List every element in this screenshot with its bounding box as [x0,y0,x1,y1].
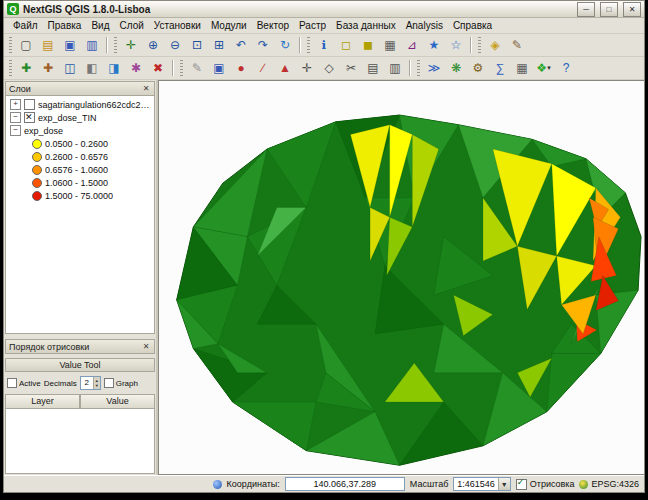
menu-help[interactable]: Справка [448,19,497,32]
scale-value: 1:461546 [457,479,495,489]
show-bookmarks-icon[interactable]: ☆ [445,35,467,56]
statistics-icon[interactable]: ∑ [489,58,511,79]
open-project-icon[interactable]: ▤ [37,35,59,56]
move-feature-icon[interactable]: ✛ [296,58,318,79]
render-checkbox[interactable]: Отрисовка [516,479,575,490]
paste-features-icon[interactable]: ▥ [384,58,406,79]
legend-class-item[interactable]: 0.0500 - 0.2600 [6,137,154,150]
save-project-as-icon[interactable]: ▥ [81,35,103,56]
save-project-icon[interactable]: ▣ [59,35,81,56]
toolbar-grip[interactable] [180,60,183,76]
open-attribute-table-icon[interactable]: ▦ [379,35,401,56]
capture-point-icon[interactable]: ● [230,58,252,79]
python-console-icon[interactable]: ≫ [423,58,445,79]
toolbar-grip[interactable] [417,60,420,76]
layer-item-exp-dose-tin[interactable]: − exp_dose_TIN [6,111,154,124]
menu-analysis[interactable]: Analysis [401,19,448,32]
toolbar-grip[interactable] [114,37,117,53]
stepper-arrows-icon[interactable]: ▲▼ [93,377,100,389]
minimize-button[interactable]: ─ [577,2,595,17]
zoom-full-extent-icon[interactable]: ⊡ [186,35,208,56]
chevron-down-icon[interactable]: ▼ [546,65,552,71]
menu-layer[interactable]: Слой [114,19,148,32]
identify-features-icon[interactable]: ℹ [313,35,335,56]
legend-class-item[interactable]: 0.2600 - 0.6576 [6,150,154,163]
grass-tools-icon[interactable]: ❋ [445,58,467,79]
map-tips-icon[interactable]: ◈ [484,35,506,56]
zoom-next-icon[interactable]: ↷ [252,35,274,56]
close-button[interactable]: ✕ [623,2,641,17]
legend-class-item[interactable]: 1.0600 - 1.5000 [6,176,154,189]
expander-icon[interactable]: + [10,99,21,110]
graph-checkbox[interactable]: Graph [104,378,138,388]
measure-line-icon[interactable]: ⊿ [401,35,423,56]
add-vector-layer-icon[interactable]: ✚ [15,58,37,79]
text-annotation-icon[interactable]: ✎ [506,35,528,56]
menu-file[interactable]: Файл [8,19,43,32]
decimals-stepper[interactable]: 2 ▲▼ [80,376,101,390]
save-edits-icon[interactable]: ▣ [208,58,230,79]
graph-checkbox-box[interactable] [104,378,114,388]
add-spatialite-layer-icon[interactable]: ◧ [81,58,103,79]
chevron-down-icon[interactable]: ▼ [498,478,510,490]
menu-view[interactable]: Вид [86,19,114,32]
menu-database[interactable]: База данных [331,19,401,32]
add-raster-layer-icon[interactable]: ✚ [37,58,59,79]
render-checkbox-box[interactable] [516,479,527,490]
add-wms-layer-icon[interactable]: ◨ [103,58,125,79]
layer-visibility-checkbox[interactable] [24,99,35,110]
crs-status-badge[interactable]: EPSG:4326 [579,479,639,489]
add-postgis-layer-icon[interactable]: ◫ [59,58,81,79]
map-canvas[interactable] [158,80,644,475]
node-tool-icon[interactable]: ◇ [318,58,340,79]
zoom-last-icon[interactable]: ↶ [230,35,252,56]
expander-icon[interactable]: − [10,125,21,136]
layer-order-panel-close-icon[interactable]: ✕ [141,342,151,351]
cut-features-icon[interactable]: ✂ [340,58,362,79]
refresh-map-icon[interactable]: ↻ [274,35,296,56]
processing-toolbox-icon[interactable]: ⚙ [467,58,489,79]
expander-icon[interactable]: − [10,112,21,123]
copy-features-icon[interactable]: ▤ [362,58,384,79]
toolbar-grip[interactable] [478,37,481,53]
legend-color-swatch [32,191,42,201]
menu-raster[interactable]: Растр [294,19,331,32]
raster-calculator-icon[interactable]: ▦ [511,58,533,79]
help-contents-icon[interactable]: ? [555,58,577,79]
toolbar-grip[interactable] [9,60,12,76]
new-project-icon[interactable]: ▢ [15,35,37,56]
capture-polygon-icon[interactable]: ▲ [274,58,296,79]
layer-item-sagatriangulation[interactable]: + sagatriangulation662cdc2085044b35... [6,98,154,111]
menu-plugins[interactable]: Модули [206,19,252,32]
remove-layer-icon[interactable]: ✖ [147,58,169,79]
plugin-manager-icon[interactable]: ❖▼ [533,58,555,79]
capture-line-icon[interactable]: ∕ [252,58,274,79]
pan-map-icon[interactable]: ✛ [120,35,142,56]
zoom-out-icon[interactable]: ⊖ [164,35,186,56]
maximize-button[interactable]: □ [600,2,618,17]
new-bookmark-icon[interactable]: ★ [423,35,445,56]
deselect-features-icon[interactable]: ◼ [357,35,379,56]
coordinates-label[interactable]: Координаты: [227,479,280,489]
scale-combobox[interactable]: 1:461546 ▼ [453,477,510,491]
legend-class-item[interactable]: 0.6576 - 1.0600 [6,163,154,176]
menu-edit[interactable]: Правка [43,19,87,32]
toggle-editing-icon[interactable]: ✎ [186,58,208,79]
active-checkbox[interactable]: Active [7,378,41,388]
select-features-icon[interactable]: ◻ [335,35,357,56]
layer-visibility-checkbox[interactable] [24,112,35,123]
column-header-layer[interactable]: Layer [5,394,80,409]
active-checkbox-box[interactable] [7,378,17,388]
zoom-to-layer-icon[interactable]: ⊞ [208,35,230,56]
layers-panel-close-icon[interactable]: ✕ [141,84,151,93]
toolbar-grip[interactable] [9,37,12,53]
new-shapefile-layer-icon[interactable]: ✱ [125,58,147,79]
menu-settings[interactable]: Установки [149,19,206,32]
zoom-in-icon[interactable]: ⊕ [142,35,164,56]
coordinates-value-field[interactable]: 140.066,37.289 [285,477,405,491]
toolbar-grip[interactable] [307,37,310,53]
layer-item-exp-dose[interactable]: − exp_dose [6,124,154,137]
column-header-value[interactable]: Value [80,394,155,409]
legend-class-item[interactable]: 1.5000 - 75.0000 [6,189,154,202]
menu-vector[interactable]: Вектор [252,19,294,32]
